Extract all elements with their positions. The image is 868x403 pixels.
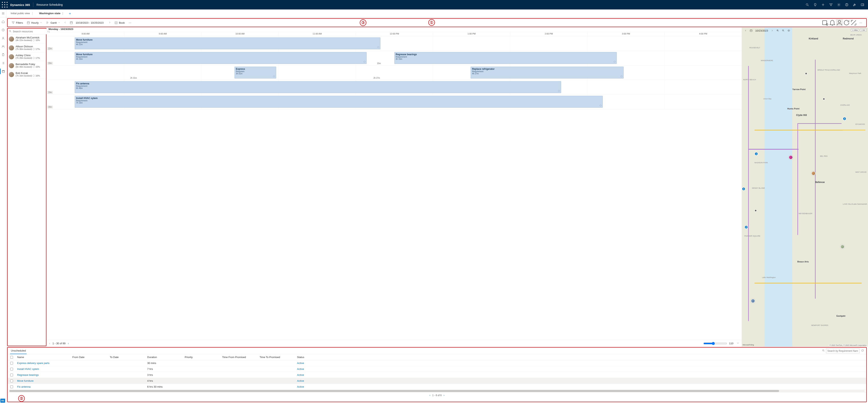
next-page-button[interactable]: › bbox=[444, 394, 444, 397]
row-checkbox[interactable] bbox=[10, 379, 13, 382]
next-page-button[interactable]: › bbox=[68, 342, 69, 345]
map-zoom-out-icon[interactable] bbox=[781, 28, 785, 33]
requirement-link[interactable]: Express delivery spare parts bbox=[17, 362, 50, 365]
resource-list-item[interactable]: Ashley Chinn(7h 28m booked) 17% bbox=[8, 52, 46, 61]
requirement-link[interactable]: Fix antenna bbox=[17, 385, 31, 388]
requirement-row[interactable]: Express delivery spare parts30 minsActiv… bbox=[8, 360, 866, 366]
time-granularity-select[interactable]: Hourly bbox=[25, 20, 44, 26]
booking-card[interactable]: Install HVAC sytemRequirement7h 16m bbox=[75, 96, 603, 107]
rail-schedule-icon[interactable] bbox=[0, 69, 6, 74]
resource-search-input[interactable] bbox=[8, 29, 47, 34]
add-view-button[interactable]: ＋ bbox=[67, 11, 73, 16]
status-link[interactable]: Active bbox=[297, 362, 304, 365]
map-zoom-in-icon[interactable] bbox=[776, 28, 780, 33]
settings-gear-icon[interactable] bbox=[835, 0, 843, 9]
rail-clipboard-icon[interactable] bbox=[0, 52, 6, 58]
search-icon[interactable] bbox=[803, 0, 811, 9]
filter-funnel-icon[interactable] bbox=[827, 0, 835, 9]
resource-list-item[interactable]: Bernadette Foley(6h 49m booked) 15% bbox=[8, 61, 46, 70]
map-resource-pin[interactable] bbox=[788, 155, 793, 159]
map-calendar-icon[interactable] bbox=[749, 28, 753, 33]
zoom-slider[interactable]: 110 bbox=[704, 342, 733, 345]
row-checkbox[interactable] bbox=[10, 368, 13, 370]
map-pin-3b[interactable]: 3 bbox=[843, 117, 846, 121]
status-link[interactable]: Active bbox=[297, 373, 304, 376]
expand-icon[interactable] bbox=[850, 19, 857, 26]
app-name[interactable]: Resource Scheduling bbox=[34, 3, 65, 6]
requirement-search-input[interactable] bbox=[826, 349, 860, 353]
lightbulb-icon[interactable] bbox=[811, 0, 819, 9]
horizontal-scrollbar[interactable] bbox=[9, 390, 865, 392]
view-tab-active[interactable]: Washington state⋮ bbox=[36, 12, 67, 15]
product-brand[interactable]: Dynamics 365 bbox=[8, 3, 32, 6]
map-resource-pin[interactable] bbox=[751, 299, 755, 303]
select-all-checkbox[interactable] bbox=[10, 356, 13, 359]
schedule-row[interactable]: 2h 31m2h 27mExpressRequirem3h 01mReplace… bbox=[47, 65, 742, 80]
resource-list-item[interactable]: Bob Kozak(7h 16m booked) 16% bbox=[8, 70, 46, 79]
resource-list-item[interactable]: Allison Dickson(7h 30m booked) 17% bbox=[8, 43, 46, 52]
toolbar-more-button[interactable]: ⋯ bbox=[127, 21, 133, 24]
prev-range-button[interactable] bbox=[62, 21, 68, 25]
wrench-icon[interactable] bbox=[851, 0, 859, 9]
people-mode-icon[interactable] bbox=[836, 19, 843, 26]
map-visibility-icon[interactable] bbox=[786, 28, 791, 33]
requirement-row[interactable]: Regrease bearings3 hrsActive bbox=[8, 372, 866, 378]
book-button[interactable]: Book bbox=[113, 20, 127, 26]
resource-list[interactable]: Abraham McCormick(4h 22m booked) 10%Alli… bbox=[8, 34, 46, 346]
resource-list-item[interactable]: Abraham McCormick(4h 22m booked) 10% bbox=[8, 34, 46, 43]
schedule-row[interactable]: 16mInstall HVAC sytemRequirement7h 16m bbox=[47, 95, 742, 109]
requirement-link[interactable]: Regrease bearings bbox=[17, 373, 39, 376]
map-waypoint[interactable] bbox=[805, 72, 807, 75]
map-waypoint[interactable] bbox=[823, 98, 825, 100]
sort-button[interactable]: ↑↓ bbox=[47, 30, 50, 33]
collapse-board-button[interactable] bbox=[737, 342, 739, 345]
booking-card[interactable]: ExpressRequirem3h 01m bbox=[235, 67, 276, 79]
requirement-row[interactable]: Install HVAC sytem7 hrsActive bbox=[8, 366, 866, 372]
rail-list-icon[interactable] bbox=[0, 60, 6, 66]
app-launcher[interactable] bbox=[2, 2, 8, 8]
view-menu-icon[interactable]: ⋮ bbox=[61, 12, 64, 15]
booking-card[interactable]: Replace refrigeratorRequirement4h 27m bbox=[471, 67, 624, 79]
view-tab-initial[interactable]: Initial public view⋮ bbox=[8, 12, 36, 15]
prev-page-button[interactable]: ‹ bbox=[49, 342, 50, 345]
panel-icon[interactable] bbox=[859, 0, 866, 9]
booking-card[interactable]: Move furnitureRequirement4h 22m bbox=[75, 37, 380, 49]
view-menu-icon[interactable]: ⋮ bbox=[31, 12, 34, 15]
date-range-picker[interactable]: 10/19/2023 - 10/25/2023 bbox=[68, 20, 107, 26]
map[interactable]: 10/23/2023 bbox=[742, 28, 868, 347]
refresh-icon[interactable] bbox=[861, 349, 864, 352]
rail-person1-icon[interactable] bbox=[0, 35, 6, 41]
rail-people-icon[interactable] bbox=[0, 44, 6, 49]
prev-page-button[interactable]: ‹ bbox=[430, 394, 430, 397]
booking-card[interactable]: Fix antennaRequirement6h 49m bbox=[75, 81, 561, 93]
map-pin-3[interactable]: 3 bbox=[742, 187, 745, 191]
refresh-icon[interactable] bbox=[843, 19, 850, 26]
rail-home-icon[interactable] bbox=[0, 19, 6, 25]
requirement-link[interactable]: Move furniture bbox=[17, 379, 33, 382]
booking-card[interactable]: Move furnitureRequirement4h 15m bbox=[75, 52, 367, 64]
view-mode-select[interactable]: Gantt bbox=[44, 20, 62, 26]
map-resource-pin[interactable] bbox=[811, 171, 815, 176]
row-checkbox[interactable] bbox=[10, 374, 13, 376]
help-icon[interactable] bbox=[843, 0, 851, 9]
sidebar-collapse[interactable] bbox=[0, 9, 6, 17]
alerts-bell-icon[interactable] bbox=[829, 19, 836, 26]
row-checkbox[interactable] bbox=[10, 385, 13, 388]
add-icon[interactable] bbox=[819, 0, 827, 9]
map-next-day[interactable] bbox=[770, 28, 774, 33]
requirement-link[interactable]: Install HVAC sytem bbox=[17, 368, 39, 370]
requirement-row[interactable]: Move furniture4 hrsActive bbox=[8, 378, 866, 384]
find-availability-icon[interactable] bbox=[822, 19, 829, 26]
schedule-row[interactable]: 22mMove furnitureRequirement4h 22m bbox=[47, 36, 742, 51]
filters-button[interactable]: Filters bbox=[10, 20, 25, 26]
map-pin-1[interactable]: 1 bbox=[754, 152, 758, 156]
row-checkbox[interactable] bbox=[10, 362, 13, 365]
status-link[interactable]: Active bbox=[297, 385, 304, 388]
schedule-row[interactable]: 19mFix antennaRequirement6h 49m bbox=[47, 80, 742, 95]
rail-recent-icon[interactable] bbox=[0, 27, 6, 33]
requirements-tab[interactable]: Unscheduled bbox=[10, 348, 27, 354]
map-pin-2[interactable]: 2 bbox=[744, 225, 748, 229]
map-prev-day[interactable] bbox=[743, 28, 748, 33]
next-range-button[interactable] bbox=[107, 21, 113, 25]
toolbar-overflow-icon[interactable]: ⋯ bbox=[857, 21, 864, 24]
